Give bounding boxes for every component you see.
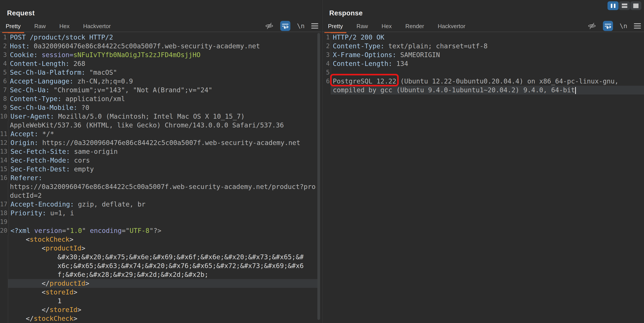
word-wrap-icon[interactable] bbox=[603, 21, 613, 31]
code-text: Origin: https://0a3200960476e86c84422c5c… bbox=[9, 138, 318, 147]
code-row[interactable]: AppleWebKit/537.36 (KHTML, like Gecko) C… bbox=[0, 121, 318, 130]
code-row[interactable]: 8Content-Type: application/xml bbox=[0, 94, 318, 103]
code-row[interactable]: 18Priority: u=1, i bbox=[0, 209, 318, 218]
code-row[interactable]: 2Content-Type: text/plain; charset=utf-8 bbox=[322, 42, 644, 50]
line-number bbox=[0, 314, 8, 323]
rows-layout-icon[interactable] bbox=[619, 1, 630, 10]
line-number: 4 bbox=[0, 59, 8, 68]
code-row[interactable]: 17Accept-Encoding: gzip, deflate, br bbox=[0, 200, 318, 209]
line-number: 3 bbox=[0, 50, 8, 59]
eye-off-icon[interactable] bbox=[588, 22, 596, 30]
code-row[interactable]: 4Content-Length: 268 bbox=[0, 59, 318, 68]
code-row[interactable]: </stockCheck> bbox=[0, 314, 318, 323]
tab-hex[interactable]: Hex bbox=[382, 23, 392, 30]
code-text: Sec-Ch-Ua-Mobile: ?0 bbox=[8, 103, 318, 112]
tab-hackvertor[interactable]: Hackvertor bbox=[83, 23, 111, 30]
line-number: 1 bbox=[0, 33, 8, 42]
tab-pretty[interactable]: Pretty bbox=[328, 23, 343, 30]
code-row[interactable]: 19 bbox=[0, 218, 318, 226]
code-row[interactable]: 5 bbox=[322, 68, 644, 77]
code-text: f;&#x6e;&#x28;&#x29;&#x2d;&#x2d;&#x2b; bbox=[8, 270, 318, 279]
code-text: Sec-Fetch-Mode: cors bbox=[9, 156, 318, 165]
response-editor: 1HTTP/2 200 OK2Content-Type: text/plain;… bbox=[322, 33, 644, 94]
code-row[interactable]: </storeId> bbox=[0, 306, 318, 314]
code-row[interactable]: 11Accept: */* bbox=[0, 130, 318, 138]
request-scrollbar-thumb[interactable] bbox=[318, 33, 320, 320]
code-text bbox=[9, 218, 318, 226]
line-number bbox=[0, 182, 8, 191]
code-row[interactable]: 5Sec-Ch-Ua-Platform: "macOS" bbox=[0, 68, 318, 77]
tab-render[interactable]: Render bbox=[405, 23, 424, 30]
tab-pretty[interactable]: Pretty bbox=[6, 23, 21, 30]
menu-icon[interactable] bbox=[634, 23, 641, 28]
pause-icon[interactable] bbox=[608, 1, 618, 10]
code-row[interactable]: <storeId> bbox=[0, 288, 318, 297]
code-row[interactable]: 1POST /product/stock HTTP/2 bbox=[0, 33, 318, 42]
code-row[interactable]: 3X-Frame-Options: SAMEORIGIN bbox=[322, 50, 644, 59]
code-row[interactable]: 12Origin: https://0a3200960476e86c84422c… bbox=[0, 138, 318, 147]
eye-off-icon[interactable] bbox=[265, 22, 274, 30]
line-number: 8 bbox=[0, 94, 8, 103]
code-text: Accept-Language: zh-CN,zh;q=0.9 bbox=[8, 77, 318, 86]
tab-hackvertor[interactable]: Hackvertor bbox=[438, 23, 465, 30]
line-number bbox=[0, 288, 8, 297]
tab-hex[interactable]: Hex bbox=[59, 23, 70, 30]
line-number: 2 bbox=[0, 42, 8, 50]
code-row[interactable]: </productId> bbox=[0, 279, 318, 288]
word-wrap-icon[interactable] bbox=[280, 21, 290, 31]
menu-icon[interactable] bbox=[311, 23, 318, 28]
line-number: 9 bbox=[0, 103, 8, 112]
request-panel: Request PrettyRawHexHackvertor \n bbox=[0, 0, 321, 323]
code-text: Cookie: session=sNFuIvTYfb0NaOigJTs2zJFD… bbox=[8, 50, 318, 59]
line-number: 3 bbox=[322, 50, 331, 59]
tabbar-separator bbox=[0, 32, 321, 32]
line-number bbox=[0, 253, 8, 262]
code-text: Sec-Fetch-Dest: empty bbox=[9, 165, 318, 174]
code-text: <productId> bbox=[8, 244, 318, 253]
tab-raw[interactable]: Raw bbox=[34, 23, 46, 30]
code-row[interactable]: 7Sec-Ch-Ua: "Chromium";v="143", "Not A(B… bbox=[0, 86, 318, 94]
line-number bbox=[0, 191, 8, 200]
code-text: &#x30;&#x20;&#x75;&#x6e;&#x69;&#x6f;&#x6… bbox=[8, 253, 318, 262]
response-panel: Response PrettyRawHexRenderHackvertor \n bbox=[322, 0, 644, 323]
code-text bbox=[331, 68, 644, 77]
line-number: 2 bbox=[322, 42, 331, 50]
line-number bbox=[0, 306, 8, 314]
newline-icon[interactable]: \n bbox=[297, 22, 305, 30]
code-row[interactable]: https://0a3200960476e86c84422c5c00a5007f… bbox=[0, 182, 318, 191]
code-row[interactable]: compiled by gcc (Ubuntu 9.4.0-1ubuntu1~2… bbox=[322, 86, 644, 94]
code-row[interactable]: &#x30;&#x20;&#x75;&#x6e;&#x69;&#x6f;&#x6… bbox=[0, 253, 318, 262]
code-row[interactable]: 15Sec-Fetch-Dest: empty bbox=[0, 165, 318, 174]
code-row[interactable]: <productId> bbox=[0, 244, 318, 253]
newline-icon[interactable]: \n bbox=[620, 22, 627, 30]
code-row[interactable]: 16Referer: bbox=[0, 174, 318, 182]
line-number: 6 bbox=[322, 77, 331, 86]
line-number: 13 bbox=[0, 147, 8, 156]
code-row[interactable]: 20<?xml version="1.0" encoding="UTF-8"?> bbox=[0, 226, 318, 235]
line-number bbox=[0, 244, 8, 253]
line-number: 12 bbox=[0, 138, 8, 147]
code-row[interactable]: 14Sec-Fetch-Mode: cors bbox=[0, 156, 318, 165]
code-row[interactable]: 6PostgreSQL 12.22 (Ubuntu 12.22-0ubuntu0… bbox=[322, 77, 644, 86]
code-row[interactable]: 2Host: 0a3200960476e86c84422c5c00a5007f.… bbox=[0, 42, 318, 50]
code-row[interactable]: f;&#x6e;&#x28;&#x29;&#x2d;&#x2d;&#x2b; bbox=[0, 270, 318, 279]
code-text: x6c;&#x65;&#x63;&#x74;&#x20;&#x76;&#x65;… bbox=[8, 262, 318, 270]
line-number bbox=[0, 279, 8, 288]
code-row[interactable]: 1 bbox=[0, 297, 318, 306]
code-row[interactable]: 6Accept-Language: zh-CN,zh;q=0.9 bbox=[0, 77, 318, 86]
code-row[interactable]: 13Sec-Fetch-Site: same-origin bbox=[0, 147, 318, 156]
line-number: 16 bbox=[0, 174, 8, 182]
code-row[interactable]: 9Sec-Ch-Ua-Mobile: ?0 bbox=[0, 103, 318, 112]
code-row[interactable]: 1HTTP/2 200 OK bbox=[322, 33, 644, 42]
code-row[interactable]: 4Content-Length: 134 bbox=[322, 59, 644, 68]
code-row[interactable]: <stockCheck> bbox=[0, 235, 318, 244]
single-pane-icon[interactable] bbox=[630, 1, 641, 10]
code-row[interactable]: 3Cookie: session=sNFuIvTYfb0NaOigJTs2zJF… bbox=[0, 50, 318, 59]
code-row[interactable]: ductId=2 bbox=[0, 191, 318, 200]
line-number: 6 bbox=[0, 77, 8, 86]
code-row[interactable]: x6c;&#x65;&#x63;&#x74;&#x20;&#x76;&#x65;… bbox=[0, 262, 318, 270]
tab-raw[interactable]: Raw bbox=[356, 23, 368, 30]
code-text: 1 bbox=[8, 297, 318, 306]
code-row[interactable]: 10User-Agent: Mozilla/5.0 (Macintosh; In… bbox=[0, 112, 318, 121]
code-text: X-Frame-Options: SAMEORIGIN bbox=[331, 50, 644, 59]
